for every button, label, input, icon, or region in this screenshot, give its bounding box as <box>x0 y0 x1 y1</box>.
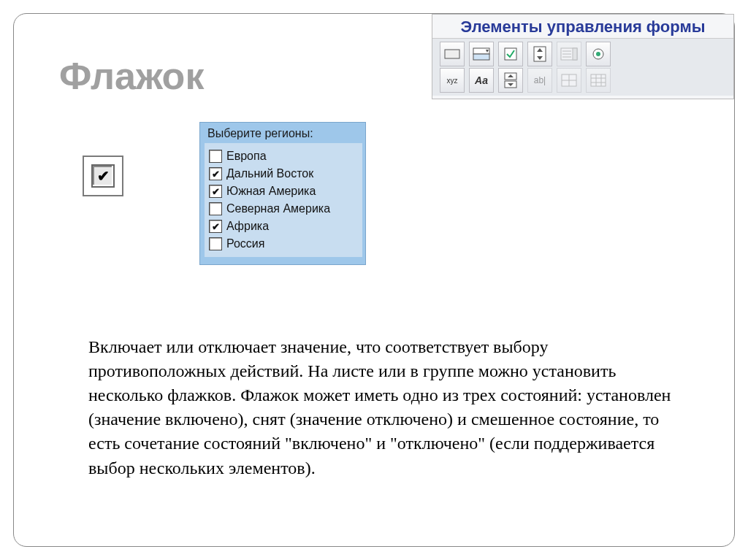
region-label: Северная Америка <box>226 202 330 215</box>
toolbar-title: Элементы управления формы <box>432 15 733 38</box>
region-row: Россия <box>207 235 359 253</box>
regions-panel: Выберите регионы: Европа✔Дальний Восток✔… <box>199 122 366 265</box>
spinner-icon[interactable] <box>527 42 552 66</box>
region-checkbox[interactable] <box>209 150 222 163</box>
region-checkbox[interactable]: ✔ <box>209 185 222 198</box>
sample-checkbox-icon[interactable]: ✔ <box>91 164 115 188</box>
region-row: ✔Дальний Восток <box>207 165 359 183</box>
region-row: Северная Америка <box>207 200 359 218</box>
svg-rect-3 <box>505 48 516 60</box>
font-icon-text: Aa <box>475 74 488 86</box>
grid-icon[interactable] <box>557 68 581 93</box>
region-checkbox[interactable] <box>209 237 222 250</box>
listbox-icon[interactable] <box>557 42 581 66</box>
combobox-icon[interactable] <box>469 42 494 66</box>
label-icon-text: xyz <box>447 77 458 85</box>
regions-body: Европа✔Дальний Восток✔Южная АмерикаСевер… <box>205 143 362 257</box>
editbox-icon-text: ab| <box>534 75 546 85</box>
svg-rect-17 <box>591 74 606 86</box>
table-icon[interactable] <box>586 68 611 93</box>
region-label: Африка <box>226 220 269 233</box>
svg-rect-9 <box>573 48 577 60</box>
checkbox-icon[interactable] <box>498 42 523 66</box>
region-checkbox[interactable]: ✔ <box>209 167 222 180</box>
description-paragraph: Включает или отключает значение, что соо… <box>88 335 673 480</box>
slide-frame: Флажок Элементы управления формы <box>13 13 735 547</box>
toolbar-row-1 <box>440 42 733 66</box>
svg-rect-0 <box>445 50 459 58</box>
sample-checkbox-frame: ✔ <box>83 156 123 196</box>
button-icon[interactable] <box>440 42 465 66</box>
label-icon[interactable]: xyz <box>440 68 465 93</box>
svg-rect-2 <box>473 54 489 60</box>
region-row: Европа <box>207 147 359 165</box>
region-row: ✔Южная Америка <box>207 183 359 200</box>
regions-title: Выберите регионы: <box>207 127 362 140</box>
region-checkbox[interactable] <box>209 202 222 215</box>
svg-point-11 <box>596 52 600 56</box>
region-checkbox[interactable]: ✔ <box>209 220 222 233</box>
region-label: Дальний Восток <box>226 167 313 180</box>
editbox-icon[interactable]: ab| <box>527 68 552 93</box>
radio-icon[interactable] <box>586 42 611 66</box>
font-icon[interactable]: Aa <box>469 68 494 93</box>
region-label: Европа <box>226 150 267 163</box>
toolbar-body: xyz Aa ab| <box>432 38 733 96</box>
form-controls-toolbar: Элементы управления формы <box>432 14 734 99</box>
region-row: ✔Африка <box>207 218 359 235</box>
region-label: Южная Америка <box>226 185 316 198</box>
page-title: Флажок <box>59 54 204 98</box>
updown-icon[interactable] <box>498 68 523 93</box>
region-label: Россия <box>226 237 264 250</box>
toolbar-row-2: xyz Aa ab| <box>440 68 733 93</box>
